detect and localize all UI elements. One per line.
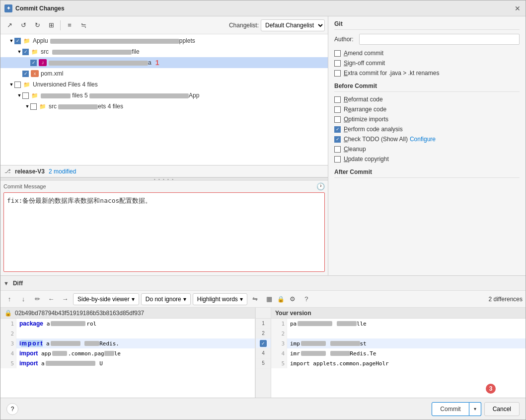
author-label: Author: — [334, 36, 359, 43]
cb-optimize[interactable] — [334, 116, 341, 123]
tree-item-src2[interactable]: ▼ 📁 src ets 4 files — [0, 101, 328, 112]
diff-viewer-select[interactable]: Side-by-side viewer ▾ — [73, 293, 139, 305]
tree-item-unversioned[interactable]: ▼ 📁 Unversioned Files 4 files — [0, 79, 328, 90]
diff-columns-btn[interactable]: ▦ — [263, 293, 275, 305]
center-cell-1: 1 — [256, 319, 271, 329]
number-badge-1: 1 — [155, 59, 159, 67]
modified-badge[interactable]: 2 modified — [49, 168, 76, 175]
commit-message-textarea[interactable]: fix:备份最新的数据库表数据和nacos配置数据。 — [3, 192, 325, 272]
expand-arrow-unversioned[interactable]: ▼ — [8, 82, 14, 87]
left-panel: ↗ ↺ ↻ ⊞ ≡ ≒ Changelist: Default Changeli… — [0, 16, 328, 275]
title-bar: ✦ Commit Changes ✕ — [0, 0, 526, 16]
refresh-btn[interactable]: ↻ — [31, 19, 43, 31]
changelist-label: Changelist: — [229, 22, 259, 29]
changelist-select[interactable]: Default Changelist — [261, 19, 325, 31]
checkbox-row-analyze[interactable]: ✓ Perform code analysis — [334, 126, 520, 133]
pom-label: pom.xml — [41, 70, 63, 77]
diff-back-btn[interactable]: ← — [45, 293, 57, 305]
diff-viewer-label: Side-by-side viewer — [77, 296, 130, 303]
action-bar: ? Commit ▾ Cancel — [0, 398, 526, 420]
apple-label: Applupplets — [33, 37, 195, 44]
group-btn[interactable]: ⊞ — [45, 19, 57, 31]
cb-extra[interactable] — [334, 70, 341, 77]
tree-item-files2[interactable]: ▼ 📁 files 5 App — [0, 90, 328, 101]
line-content: import app.common.pagle — [16, 348, 255, 358]
diff-ignore-select[interactable]: Do not ignore ▾ — [141, 293, 191, 305]
line-num: 2 — [271, 329, 287, 338]
cb-analyze[interactable]: ✓ — [334, 126, 341, 133]
checkbox-row-amend[interactable]: Amend commit — [334, 50, 520, 57]
commit-message-section: Commit Message 🕐 fix:备份最新的数据库表数据和nacos配置… — [0, 180, 328, 275]
expand-arrow[interactable]: ▼ — [8, 38, 14, 44]
cb-amend[interactable] — [334, 50, 341, 57]
close-button[interactable]: ✕ — [514, 4, 522, 12]
diff-help-btn[interactable]: ? — [301, 293, 312, 305]
main-content: ↗ ↺ ↻ ⊞ ≡ ≒ Changelist: Default Changeli… — [0, 16, 526, 275]
diff-left-line-5: 5 import a U — [0, 358, 255, 368]
diff-next-btn[interactable]: ↓ — [17, 293, 29, 305]
section-header: Commit Message 🕐 — [3, 182, 325, 190]
cb-todo[interactable]: ✓ — [334, 136, 341, 143]
checkbox-row-signoff[interactable]: Sign-off commit — [334, 60, 520, 67]
main-toolbar: ↗ ↺ ↻ ⊞ ≡ ≒ Changelist: Default Changeli… — [0, 16, 328, 34]
checkbox-row-extra[interactable]: Extra commit for .java > .kt renames — [334, 70, 520, 77]
tree-item-src[interactable]: ▼ ✓ 📁 src file — [0, 46, 328, 57]
tree-item-apple[interactable]: ▼ ✓ 📁 Applupplets — [0, 35, 328, 46]
configure-link[interactable]: Configure — [410, 136, 436, 143]
checkbox-row-reformat[interactable]: Reformat code — [334, 96, 520, 103]
checkbox-row-todo[interactable]: ✓ Check TODO (Show All) Configure — [334, 136, 520, 143]
differences-count: 2 differences — [489, 296, 523, 303]
checkbox-row-cleanup[interactable]: Cleanup — [334, 146, 520, 153]
diff-sync-btn[interactable]: ⇋ — [249, 293, 261, 305]
checkbox-row-optimize[interactable]: Optimize imports — [334, 116, 520, 123]
cb-signoff[interactable] — [334, 60, 341, 67]
diff-settings-btn[interactable]: ⚙ — [287, 293, 299, 305]
diff-prev-btn[interactable]: ↑ — [3, 293, 15, 305]
commit-button[interactable]: Commit — [432, 402, 469, 416]
diff-highlight-select[interactable]: Highlight words ▾ — [193, 293, 247, 305]
checkbox-files2[interactable] — [22, 92, 29, 99]
help-button[interactable]: ? — [6, 403, 18, 415]
author-input[interactable] — [359, 34, 520, 45]
diff-forward-btn[interactable]: → — [59, 293, 71, 305]
clock-icon[interactable]: 🕐 — [316, 182, 325, 190]
cb-label-amend: Amend commit — [344, 50, 383, 57]
line-check[interactable]: ✓ — [260, 340, 267, 347]
line-num: 4 — [271, 348, 287, 358]
expand-arrow-src2[interactable]: ▼ — [24, 103, 30, 109]
line-num: 4 — [0, 348, 16, 358]
checkbox-src[interactable]: ✓ — [22, 49, 29, 55]
cancel-button[interactable]: Cancel — [484, 402, 520, 416]
center-cell-4: 4 — [256, 348, 271, 358]
checkbox-apple[interactable]: ✓ — [14, 38, 21, 44]
cb-cleanup[interactable] — [334, 146, 341, 153]
diff-right-line-4: 4 imr Redis.Te — [271, 348, 526, 358]
folder-icon-files2: 📁 — [31, 91, 39, 99]
diff-center-col: 1 2 ✓ 4 5 — [255, 319, 271, 398]
checkbox-pom[interactable]: ✓ — [22, 71, 29, 77]
cb-reformat[interactable] — [334, 96, 341, 103]
commit-dropdown-arrow[interactable]: ▾ — [469, 402, 481, 416]
diff-collapse-arrow[interactable]: ▼ — [3, 280, 9, 286]
undo-btn[interactable]: ↺ — [17, 19, 29, 31]
collapse-all-btn[interactable]: ≒ — [77, 19, 89, 31]
tree-item-java[interactable]: ▶ ✓ J a 1 — [0, 57, 328, 68]
cb-rearrange[interactable] — [334, 106, 341, 113]
checkbox-java[interactable]: ✓ — [30, 60, 37, 66]
expand-arrow-src[interactable]: ▼ — [16, 49, 22, 55]
diff-ignore-label: Do not ignore — [146, 296, 181, 303]
tree-item-pom[interactable]: ▶ ✓ X pom.xml — [0, 68, 328, 79]
checkbox-row-rearrange[interactable]: Rearrange code — [334, 106, 520, 113]
checkbox-src2[interactable] — [30, 103, 37, 110]
diff-right-line-2: 2 — [271, 329, 526, 338]
checkbox-unversioned[interactable] — [14, 82, 21, 88]
checkbox-row-copyright[interactable]: Update copyright — [334, 156, 520, 163]
expand-arrow-files2[interactable]: ▼ — [16, 92, 22, 98]
diff-highlight-arrow: ▾ — [240, 296, 243, 303]
move-to-changelist-btn[interactable]: ↗ — [3, 19, 15, 31]
lock-icon: 🔒 — [277, 296, 285, 303]
cb-copyright[interactable] — [334, 156, 341, 163]
expand-all-btn[interactable]: ≡ — [64, 19, 75, 31]
diff-edit-btn[interactable]: ✏ — [31, 293, 43, 305]
lock-small-icon: 🔒 — [4, 310, 12, 317]
